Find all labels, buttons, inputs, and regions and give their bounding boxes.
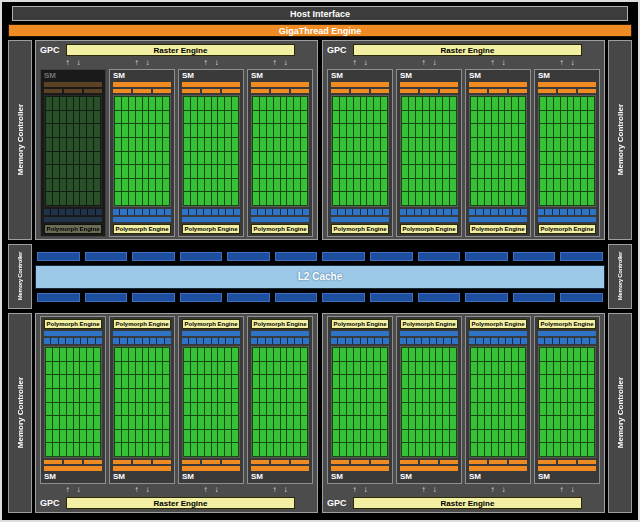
sm-dispatch-unit bbox=[182, 460, 200, 464]
cuda-core bbox=[122, 389, 128, 402]
cuda-core bbox=[205, 348, 211, 361]
cuda-core bbox=[588, 375, 594, 388]
cuda-core bbox=[340, 111, 346, 124]
cuda-core bbox=[471, 192, 477, 205]
cuda-core bbox=[136, 430, 142, 443]
load-store-unit bbox=[545, 338, 551, 344]
cuda-core bbox=[74, 111, 80, 124]
cuda-core bbox=[163, 375, 169, 388]
cuda-core bbox=[581, 97, 587, 110]
memory-controller: Memory Controller bbox=[608, 313, 632, 513]
cuda-core bbox=[129, 152, 135, 165]
cuda-core bbox=[191, 416, 197, 429]
sm-dispatch-row bbox=[182, 89, 240, 93]
load-store-unit bbox=[568, 338, 574, 344]
sm-arrows: ↑↓ bbox=[534, 58, 600, 68]
cuda-core bbox=[163, 152, 169, 165]
cuda-core bbox=[374, 443, 380, 456]
cuda-core bbox=[347, 152, 353, 165]
sm-dispatch-unit bbox=[251, 89, 269, 93]
gpc-row-bottom: Polymorph EngineSMPolymorph EngineSMPoly… bbox=[35, 313, 605, 513]
load-store-unit bbox=[383, 209, 389, 215]
cuda-core bbox=[301, 375, 307, 388]
cuda-core bbox=[253, 389, 259, 402]
cuda-core bbox=[402, 389, 408, 402]
cuda-core bbox=[198, 97, 204, 110]
load-store-unit bbox=[346, 209, 352, 215]
cuda-core bbox=[143, 348, 149, 361]
cuda-core bbox=[554, 430, 560, 443]
cuda-core bbox=[67, 138, 73, 151]
cuda-core bbox=[80, 165, 86, 178]
cuda-core bbox=[191, 111, 197, 124]
sm-scheduler-bar bbox=[331, 82, 389, 87]
l2-section: L2 Cache bbox=[35, 244, 605, 309]
sm-dispatch-unit bbox=[351, 460, 369, 464]
cuda-core bbox=[519, 138, 525, 151]
cuda-core bbox=[232, 165, 238, 178]
cuda-core bbox=[74, 192, 80, 205]
cuda-core bbox=[218, 97, 224, 110]
cuda-core bbox=[60, 152, 66, 165]
cuda-core bbox=[409, 138, 415, 151]
cuda-core bbox=[568, 348, 574, 361]
cuda-core bbox=[367, 443, 373, 456]
cuda-core bbox=[443, 111, 449, 124]
cuda-core bbox=[430, 403, 436, 416]
sm-scheduler-bar bbox=[251, 466, 309, 471]
cuda-core bbox=[191, 124, 197, 137]
cuda-core bbox=[294, 403, 300, 416]
sm-dispatch-unit bbox=[153, 460, 171, 464]
cuda-core bbox=[436, 348, 442, 361]
load-store-unit bbox=[469, 338, 475, 344]
cuda-core bbox=[122, 403, 128, 416]
cuda-core bbox=[287, 443, 293, 456]
load-store-row bbox=[331, 338, 389, 344]
cuda-core bbox=[294, 179, 300, 192]
cuda-core bbox=[205, 192, 211, 205]
cuda-core bbox=[547, 430, 553, 443]
cuda-core bbox=[519, 443, 525, 456]
down-arrow-icon: ↓ bbox=[571, 485, 575, 495]
cuda-core-grid bbox=[400, 95, 458, 207]
cuda-core bbox=[416, 348, 422, 361]
cuda-core bbox=[115, 348, 121, 361]
cuda-core bbox=[232, 192, 238, 205]
sm-dispatch-unit bbox=[538, 89, 556, 93]
cuda-core bbox=[505, 443, 511, 456]
cuda-core bbox=[80, 416, 86, 429]
cuda-core bbox=[218, 403, 224, 416]
cuda-core bbox=[67, 375, 73, 388]
cuda-core bbox=[450, 443, 456, 456]
cuda-core bbox=[94, 124, 100, 137]
sm-dispatch-unit bbox=[291, 460, 309, 464]
cuda-core bbox=[143, 375, 149, 388]
cuda-core bbox=[409, 430, 415, 443]
sm-scheduler-bar bbox=[251, 82, 309, 87]
cuda-core bbox=[471, 362, 477, 375]
cuda-core bbox=[218, 124, 224, 137]
cuda-core bbox=[87, 375, 93, 388]
cuda-core bbox=[588, 124, 594, 137]
memory-controller-label: Memory Controller bbox=[16, 104, 25, 175]
cuda-core bbox=[492, 362, 498, 375]
cuda-core bbox=[361, 403, 367, 416]
cuda-core bbox=[156, 389, 162, 402]
cuda-core bbox=[122, 124, 128, 137]
cuda-core bbox=[46, 362, 52, 375]
cuda-core bbox=[519, 362, 525, 375]
cuda-core bbox=[225, 403, 231, 416]
cuda-core bbox=[547, 348, 553, 361]
load-store-unit bbox=[575, 209, 581, 215]
cuda-core bbox=[287, 192, 293, 205]
cuda-core bbox=[191, 152, 197, 165]
cuda-core bbox=[367, 124, 373, 137]
cuda-core bbox=[198, 403, 204, 416]
cuda-core bbox=[232, 138, 238, 151]
shared-cache-bar bbox=[400, 331, 458, 336]
cuda-core bbox=[198, 165, 204, 178]
cuda-core bbox=[212, 97, 218, 110]
cuda-core-grid bbox=[538, 346, 596, 458]
load-store-unit bbox=[383, 338, 389, 344]
cuda-core bbox=[409, 443, 415, 456]
